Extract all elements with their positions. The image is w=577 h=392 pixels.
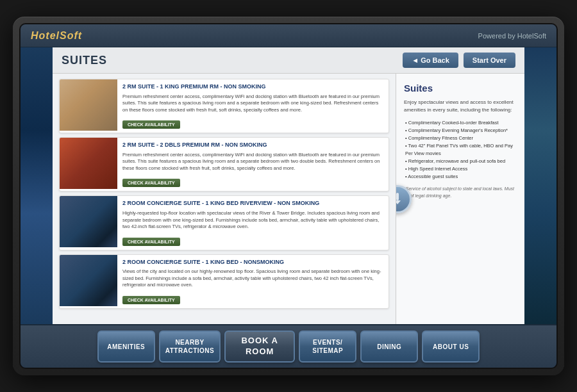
amenity-item-5: Refrigerator, microwave and pull-out sof… <box>404 158 517 165</box>
room-list: 2 RM SUITE - 1 KING PREMIUM RM - NON SMO… <box>53 74 396 324</box>
room-image-1 <box>60 79 117 131</box>
bg-left <box>21 47 53 324</box>
info-panel: Suites Enjoy spectacular views and acces… <box>396 74 524 324</box>
room-item-4: 2 ROOM CONCIERGE SUITE - 1 KING BED - NO… <box>59 254 389 309</box>
nav-events-sitemap-button[interactable]: EVENTS/SITEMAP <box>299 331 356 363</box>
check-availability-btn-1[interactable]: CHECK AVAILABILITY <box>122 120 180 129</box>
room-name-4: 2 ROOM CONCIERGE SUITE - 1 KING BED - NO… <box>122 259 383 266</box>
info-panel-intro: Enjoy spectacular views and access to ex… <box>404 99 517 114</box>
start-over-button[interactable]: Start Over <box>464 53 515 68</box>
room-info-4: 2 ROOM CONCIERGE SUITE - 1 KING BED - NO… <box>117 255 389 308</box>
center-panel: SUITES ◄ Go Back Start Over <box>53 47 524 324</box>
room-name-1: 2 RM SUITE - 1 KING PREMIUM RM - NON SMO… <box>122 83 383 91</box>
monitor: HotelSoft Powered by HotelSoft SUITES ◄ … <box>13 17 564 375</box>
amenity-item-1: Complimentary Cooked-to-order Breakfast <box>404 119 517 127</box>
amenities-list: Complimentary Cooked-to-order Breakfast … <box>404 119 517 181</box>
check-availability-btn-3[interactable]: CHECK AVAILABILITY <box>122 238 180 246</box>
check-availability-btn-4[interactable]: CHECK AVAILABILITY <box>122 296 180 304</box>
toolbar: SUITES ◄ Go Back Start Over <box>53 47 524 74</box>
room-item-1: 2 RM SUITE - 1 KING PREMIUM RM - NON SMO… <box>59 79 389 133</box>
check-availability-btn-2[interactable]: CHECK AVAILABILITY <box>122 179 180 187</box>
svg-marker-1 <box>396 200 401 204</box>
room-desc-3: Highly-requested top-floor location with… <box>122 210 383 231</box>
info-panel-note: *Service of alcohol subject to state and… <box>404 186 517 199</box>
room-name-3: 2 ROOM CONCIERGE SUITE - 1 KING BED RIVE… <box>122 200 383 208</box>
amenity-item-4: Two 42" Flat Panel TVs with cable, HBO a… <box>404 142 517 158</box>
room-name-2: 2 RM SUITE - 2 DBLS PREMIUM RM - NON SMO… <box>122 142 383 149</box>
nav-dining-button[interactable]: DINING <box>360 331 418 363</box>
room-item-3: 2 ROOM CONCIERGE SUITE - 1 KING BED RIVE… <box>59 195 389 250</box>
bg-right <box>524 47 556 324</box>
room-thumb-1 <box>60 79 117 131</box>
room-desc-2: Premium refreshment center access, compl… <box>122 152 383 172</box>
bottom-nav: AMENITIES NEARBYATTRACTIONS BOOK AROOM E… <box>21 324 556 368</box>
room-desc-4: Views of the city and located on our hig… <box>122 268 383 289</box>
nav-book-room-button[interactable]: BOOK AROOM <box>224 331 295 363</box>
svg-rect-0 <box>396 193 399 200</box>
screen: HotelSoft Powered by HotelSoft SUITES ◄ … <box>19 23 558 369</box>
header-bar: HotelSoft Powered by HotelSoft <box>21 24 556 47</box>
content-body: 2 RM SUITE - 1 KING PREMIUM RM - NON SMO… <box>53 74 524 324</box>
nav-amenities-button[interactable]: AMENITIES <box>97 331 155 363</box>
room-info-2: 2 RM SUITE - 2 DBLS PREMIUM RM - NON SMO… <box>117 138 389 191</box>
room-info-1: 2 RM SUITE - 1 KING PREMIUM RM - NON SMO… <box>117 79 389 133</box>
nav-about-us-button[interactable]: ABOUT US <box>422 331 480 363</box>
nav-nearby-attractions-button[interactable]: NEARBYATTRACTIONS <box>159 331 221 363</box>
logo: HotelSoft <box>31 30 82 42</box>
room-thumb-3 <box>60 196 117 247</box>
room-thumb-2 <box>60 138 117 189</box>
amenity-item-2: Complimentary Evening Manager's Receptio… <box>404 127 517 135</box>
toolbar-buttons: ◄ Go Back Start Over <box>403 53 515 68</box>
room-image-2 <box>60 138 117 189</box>
powered-by-label: Powered by HotelSoft <box>478 32 546 40</box>
room-thumb-4 <box>60 255 117 306</box>
room-info-3: 2 ROOM CONCIERGE SUITE - 1 KING BED RIVE… <box>117 196 389 249</box>
room-desc-1: Premium refreshment center access, compl… <box>122 94 383 114</box>
page-title: SUITES <box>62 54 107 67</box>
amenity-item-6: High Speed Internet Access <box>404 165 517 173</box>
go-back-button[interactable]: ◄ Go Back <box>403 53 458 68</box>
amenity-item-3: Complimentary Fitness Center <box>404 135 517 142</box>
room-image-3 <box>60 196 117 247</box>
info-panel-title: Suites <box>404 83 517 94</box>
room-item-2: 2 RM SUITE - 2 DBLS PREMIUM RM - NON SMO… <box>59 137 389 192</box>
amenity-item-7: Accessible guest suites <box>404 173 517 181</box>
room-image-4 <box>60 255 117 306</box>
